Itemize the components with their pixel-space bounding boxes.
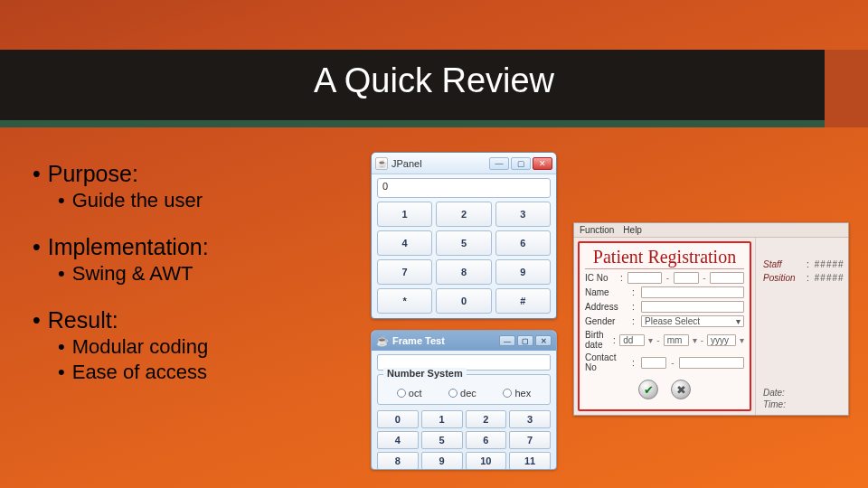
calculator-title: JPanel [392, 158, 422, 169]
patient-heading: Patient Registration [585, 247, 744, 269]
key-5[interactable]: 5 [436, 230, 491, 256]
figures-area: ☕ JPanel — ▢ ✕ 0 1 2 3 4 5 6 7 8 9 * [371, 152, 850, 477]
row-address: Address: [585, 301, 744, 313]
ic-field-3[interactable] [710, 272, 744, 284]
radio-dec-label: dec [460, 388, 476, 399]
bullet-purpose-text: Purpose: [48, 161, 138, 187]
label-gender: Gender [585, 316, 628, 326]
num-cell[interactable]: 11 [509, 452, 551, 470]
confirm-button[interactable]: ✔ [638, 380, 658, 399]
menu-help[interactable]: Help [623, 225, 642, 235]
patient-right-pane: Staff: ##### Position: ##### Date: Time: [755, 238, 852, 415]
birth-yyyy[interactable]: yyyy [707, 334, 736, 346]
num-cell[interactable]: 0 [377, 410, 419, 428]
contact-field-2[interactable] [679, 357, 744, 369]
row-ic: IC No: - - [585, 272, 744, 284]
num-cell[interactable]: 1 [421, 410, 463, 428]
bullet-impl-sub-text: Swing & AWT [72, 262, 193, 286]
key-9[interactable]: 9 [495, 259, 551, 285]
slide-background: A Quick Review •Purpose: •Guide the user… [0, 0, 868, 488]
num-cell[interactable]: 6 [466, 431, 507, 449]
staff-value: ##### [815, 259, 844, 269]
bullet-purpose-sub: •Guide the user [58, 189, 358, 212]
bullet-impl: •Implementation: [33, 234, 358, 260]
label-ic: IC No [585, 273, 617, 283]
bullet-impl-sub: •Swing & AWT [58, 262, 358, 286]
maximize-button[interactable]: ▢ [511, 157, 531, 170]
menu-function[interactable]: Function [580, 225, 614, 235]
minimize-button[interactable]: — [489, 157, 509, 170]
calculator-keypad: 1 2 3 4 5 6 7 8 9 * 0 # [372, 202, 556, 319]
birth-mm-val: mm [667, 335, 683, 345]
chevron-down-icon: ▾ [736, 316, 741, 326]
bullet-result-sub-a: •Modular coding [58, 335, 358, 359]
bullet-result-sub-b-text: Ease of access [72, 361, 207, 384]
birth-mm[interactable]: mm [664, 334, 689, 346]
num-cell[interactable]: 7 [509, 431, 551, 449]
label-position: Position [763, 273, 801, 283]
birth-dd-val: dd [623, 335, 633, 345]
calculator-titlebar: ☕ JPanel — ▢ ✕ [372, 153, 556, 174]
bullet-result-sub-b: •Ease of access [58, 361, 358, 384]
radio-icon [448, 389, 458, 398]
chevron-down-icon: ▾ [693, 335, 697, 345]
num-cell[interactable]: 10 [466, 452, 507, 470]
ic-field-1[interactable] [627, 272, 662, 284]
close-button[interactable]: ✕ [533, 157, 552, 170]
gender-select[interactable]: Please Select▾ [641, 315, 744, 327]
calculator-display: 0 [377, 178, 551, 198]
address-field[interactable] [641, 301, 744, 313]
key-0[interactable]: 0 [436, 288, 491, 314]
bullet-result: •Result: [33, 307, 358, 333]
label-time: Time: [763, 399, 844, 409]
info-position: Position: ##### [763, 273, 844, 283]
minimize-button[interactable]: — [499, 335, 515, 346]
radio-dec[interactable]: dec [448, 388, 476, 399]
num-cell[interactable]: 4 [377, 431, 419, 449]
chevron-down-icon: ▾ [740, 335, 744, 345]
key-1[interactable]: 1 [377, 202, 432, 227]
num-cell[interactable]: 8 [377, 452, 419, 470]
radio-hex[interactable]: hex [503, 388, 531, 399]
num-cell[interactable]: 9 [421, 452, 463, 470]
birth-yyyy-val: yyyy [711, 335, 729, 345]
group-legend: Number System [383, 368, 467, 379]
num-cell[interactable]: 2 [466, 410, 507, 428]
java-icon: ☕ [376, 335, 389, 347]
key-7[interactable]: 7 [377, 259, 432, 285]
bullet-result-text: Result: [48, 307, 118, 333]
key-star[interactable]: * [377, 288, 432, 314]
label-contact: Contact No [585, 352, 628, 372]
contact-field-1[interactable] [641, 357, 666, 369]
java-icon: ☕ [375, 157, 388, 170]
key-8[interactable]: 8 [436, 259, 491, 285]
radio-hex-label: hex [514, 388, 531, 399]
key-4[interactable]: 4 [377, 230, 432, 256]
cancel-button[interactable]: ✖ [671, 380, 691, 399]
maximize-button[interactable]: ▢ [517, 335, 533, 346]
key-2[interactable]: 2 [436, 202, 491, 227]
info-staff: Staff: ##### [763, 259, 844, 269]
birth-dd[interactable]: dd [619, 334, 645, 346]
bullet-result-sub-a-text: Modular coding [72, 335, 208, 359]
slide-title: A Quick Review [0, 61, 868, 100]
bullet-impl-text: Implementation: [48, 234, 209, 260]
bullet-purpose-sub-text: Guide the user [72, 189, 203, 212]
patient-left-pane: Patient Registration IC No: - - Name: [574, 238, 755, 415]
gender-value: Please Select [645, 316, 700, 326]
row-gender: Gender: Please Select▾ [585, 315, 744, 327]
calculator-window: ☕ JPanel — ▢ ✕ 0 1 2 3 4 5 6 7 8 9 * [371, 152, 557, 319]
num-cell[interactable]: 5 [421, 431, 463, 449]
label-name: Name [585, 287, 628, 297]
frametest-window: ☕ Frame Test — ▢ ✕ Number System oct dec… [371, 330, 557, 470]
close-button[interactable]: ✕ [535, 335, 552, 346]
key-3[interactable]: 3 [495, 202, 551, 227]
name-field[interactable] [641, 286, 744, 298]
chevron-down-icon: ▾ [648, 335, 653, 345]
key-hash[interactable]: # [495, 288, 551, 314]
radio-oct[interactable]: oct [397, 388, 422, 399]
patient-menubar: Function Help [574, 223, 848, 238]
num-cell[interactable]: 3 [509, 410, 551, 428]
key-6[interactable]: 6 [495, 230, 551, 256]
ic-field-2[interactable] [674, 272, 699, 284]
